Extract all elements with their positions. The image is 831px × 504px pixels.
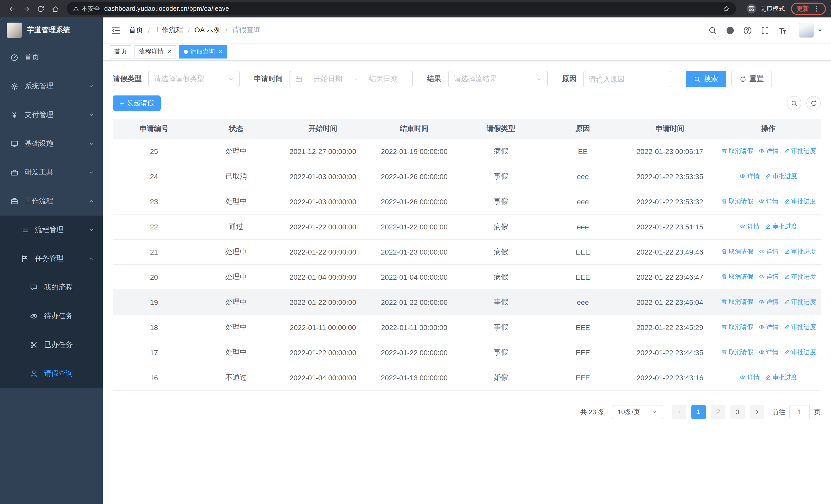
sidebar-item-todo-tasks[interactable]: 待办任务: [0, 302, 103, 330]
user-menu[interactable]: [799, 23, 823, 38]
sidebar-item-workflow[interactable]: 工作流程: [0, 187, 103, 215]
detail-link[interactable]: 详情: [758, 348, 778, 357]
breadcrumb-item[interactable]: 工作流程: [154, 26, 183, 35]
cancel-link[interactable]: 取消请假: [721, 298, 753, 306]
bookmark-star-icon[interactable]: [723, 5, 730, 12]
start-date-placeholder[interactable]: 开始日期: [305, 75, 351, 84]
progress-link[interactable]: 审批进度: [783, 247, 816, 256]
cell-id: 20: [113, 264, 195, 290]
tab-home[interactable]: 首页: [110, 45, 132, 58]
update-button[interactable]: 更新: [791, 3, 826, 15]
reset-button[interactable]: 重置: [732, 71, 772, 87]
table-refresh-icon[interactable]: [806, 96, 821, 110]
progress-link[interactable]: 审批进度: [783, 147, 816, 155]
detail-link[interactable]: 详情: [758, 298, 778, 306]
detail-link[interactable]: 详情: [758, 247, 778, 256]
cell-reason: EEE: [542, 315, 624, 340]
apply-time-range-picker[interactable]: 开始日期 - 结束日期: [289, 71, 413, 87]
cancel-link[interactable]: 取消请假: [721, 348, 753, 357]
trash-icon: [721, 274, 727, 280]
cancel-link[interactable]: 取消请假: [721, 272, 753, 281]
search-button[interactable]: 搜索: [686, 71, 726, 87]
detail-link[interactable]: 详情: [740, 373, 760, 382]
tab-close-icon[interactable]: ×: [219, 48, 222, 55]
progress-link[interactable]: 审批进度: [765, 373, 797, 382]
progress-link[interactable]: 审批进度: [765, 222, 797, 231]
browser-menu-icon[interactable]: [813, 5, 820, 12]
app-title: 芋道管理系统: [27, 26, 70, 35]
sidebar-item-system-management[interactable]: 系统管理: [0, 72, 103, 100]
progress-link[interactable]: 审批进度: [765, 172, 797, 181]
progress-link[interactable]: 审批进度: [783, 323, 816, 331]
breadcrumb-item-current: 请假查询: [232, 26, 261, 35]
browser-home-icon[interactable]: [48, 2, 62, 16]
sidebar-item-infrastructure[interactable]: 基础设施: [0, 129, 103, 158]
page-button-3[interactable]: 3: [730, 405, 745, 419]
edit-icon: [783, 324, 790, 330]
address-bar[interactable]: 不安全 dashboard.yudao.iocoder.cn/bpm/oa/le…: [67, 2, 736, 16]
help-icon[interactable]: [743, 26, 752, 35]
forward-icon[interactable]: [20, 2, 33, 16]
leave-type-select[interactable]: 请选择请假类型: [148, 71, 240, 87]
page-button-1[interactable]: 1: [691, 405, 706, 419]
breadcrumb-item[interactable]: 首页: [129, 26, 143, 35]
leave-type-label: 请假类型: [113, 75, 142, 84]
cancel-link[interactable]: 取消请假: [721, 247, 753, 256]
caret-down-icon[interactable]: [817, 27, 823, 33]
sidebar-item-task-management[interactable]: 任务管理: [0, 244, 103, 273]
cell-apply_time: 2022-01-22 23:53:35: [624, 164, 716, 189]
cell-type: 事假: [460, 189, 542, 214]
eye-icon: [740, 375, 746, 381]
result-select[interactable]: 请选择流结果: [448, 71, 548, 87]
breadcrumb-item[interactable]: OA 示例: [195, 26, 221, 35]
sidebar-logo[interactable]: 芋道管理系统: [0, 18, 103, 43]
reason-input[interactable]: [589, 75, 666, 83]
github-icon[interactable]: [726, 26, 735, 35]
cancel-link[interactable]: 取消请假: [721, 197, 753, 206]
detail-link[interactable]: 详情: [758, 272, 778, 281]
back-icon[interactable]: [5, 2, 19, 16]
create-leave-button[interactable]: + 发起请假: [113, 95, 161, 111]
sidebar-item-label: 系统管理: [25, 82, 53, 91]
tab-process-detail[interactable]: 流程详情×: [135, 45, 176, 58]
tab-leave-query[interactable]: 请假查询×: [179, 45, 227, 58]
detail-link[interactable]: 详情: [740, 172, 760, 181]
fullscreen-icon[interactable]: [761, 26, 769, 35]
sidebar-item-payment-management[interactable]: 支付管理: [0, 100, 103, 129]
header-search-icon[interactable]: [708, 26, 717, 35]
flag-icon: [21, 255, 29, 263]
sidebar-item-home[interactable]: 首页: [0, 43, 103, 72]
reload-icon[interactable]: [34, 2, 47, 16]
cancel-link[interactable]: 取消请假: [721, 323, 753, 331]
eye-icon: [30, 312, 38, 320]
sidebar-toggle-icon[interactable]: [111, 25, 121, 35]
detail-link[interactable]: 详情: [758, 197, 778, 206]
tab-close-icon[interactable]: ×: [167, 48, 171, 55]
end-date-placeholder[interactable]: 结束日期: [360, 75, 407, 84]
progress-link[interactable]: 审批进度: [783, 197, 816, 206]
sidebar-item-dev-tools[interactable]: 研发工具: [0, 158, 103, 187]
security-indicator[interactable]: 不安全: [73, 4, 100, 13]
sidebar-item-leave-query[interactable]: 请假查询: [0, 359, 103, 388]
font-size-icon[interactable]: [778, 26, 787, 35]
detail-link[interactable]: 详情: [758, 323, 778, 331]
detail-link[interactable]: 详情: [740, 222, 760, 231]
progress-link[interactable]: 审批进度: [783, 298, 816, 306]
cancel-link[interactable]: 取消请假: [721, 147, 753, 155]
sidebar-item-my-process[interactable]: 我的流程: [0, 273, 103, 302]
detail-link[interactable]: 详情: [758, 147, 778, 155]
page-size-select[interactable]: 10条/页: [612, 405, 663, 419]
progress-link[interactable]: 审批进度: [783, 348, 816, 357]
goto-page-input[interactable]: [790, 405, 810, 419]
cell-start: 2022-01-22 00:00:00: [277, 214, 369, 239]
prev-page-button[interactable]: [672, 405, 686, 419]
user-avatar[interactable]: [799, 23, 814, 38]
cell-reason: eee: [542, 164, 624, 189]
show-search-toggle-icon[interactable]: [787, 96, 801, 110]
sidebar-item-process-management[interactable]: 流程管理: [0, 215, 103, 244]
next-page-button[interactable]: [750, 405, 764, 419]
eye-icon: [740, 173, 746, 179]
progress-link[interactable]: 审批进度: [783, 272, 816, 281]
sidebar-item-done-tasks[interactable]: 已办任务: [0, 330, 103, 359]
page-button-2[interactable]: 2: [711, 405, 725, 419]
